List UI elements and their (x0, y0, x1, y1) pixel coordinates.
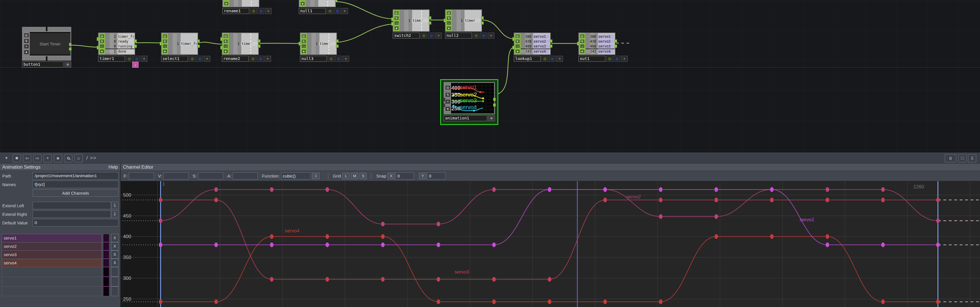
expand-icon[interactable]: + (141, 56, 147, 62)
output-connector[interactable] (335, 0, 337, 2)
export-icon[interactable]: → (224, 0, 229, 1)
bypass-icon[interactable]: ↯ (445, 92, 450, 97)
node-name-label[interactable]: out1 (578, 56, 605, 62)
slope-field[interactable] (198, 172, 223, 179)
node-name-label[interactable]: null2 (445, 33, 472, 39)
node-name-label[interactable]: timer1 (98, 56, 125, 62)
channel-name[interactable]: servo3 (2, 250, 102, 259)
keyframe-servo3[interactable] (881, 198, 885, 202)
keyframe-servo3[interactable] (381, 277, 384, 282)
keyframe-servo4[interactable] (881, 299, 885, 304)
display-flag[interactable] (258, 8, 264, 14)
keyframe-servo3[interactable] (492, 277, 496, 282)
bypass-icon[interactable]: ↯ (580, 39, 585, 43)
names-field[interactable]: t[xyz] (33, 180, 118, 188)
input-connector[interactable] (512, 37, 515, 41)
output-connector[interactable] (481, 16, 484, 19)
channel-name[interactable]: servo4 (2, 259, 102, 267)
output-connector[interactable] (336, 40, 339, 43)
flag-icon[interactable]: ● (100, 49, 105, 54)
export-icon[interactable]: → (580, 44, 585, 48)
keyframe-servo2[interactable] (714, 214, 718, 219)
channel-row-empty[interactable] (2, 267, 118, 277)
render-flag[interactable] (541, 56, 548, 62)
keyframe-servo3[interactable] (659, 198, 662, 202)
node-null2[interactable]: ◎ ↯ → ● 1timer null2 + (445, 9, 494, 39)
bypass-icon[interactable]: ↯ (100, 39, 105, 43)
back-button[interactable]: ⇦ (23, 154, 31, 162)
network-menu-caret[interactable]: ▼ (2, 154, 11, 162)
close-icon[interactable]: × (24, 44, 29, 49)
default-value-field[interactable]: 0 (33, 219, 118, 226)
delete-channel-button[interactable]: X (111, 250, 118, 259)
node-switch2[interactable]: ◎ ↯ → ● 1timer switch2 + (393, 9, 442, 39)
keyframe-servo4[interactable] (159, 299, 162, 304)
input-connector[interactable] (299, 42, 301, 46)
output-connector[interactable] (550, 40, 552, 43)
expand-icon[interactable]: + (557, 56, 563, 62)
export-icon[interactable]: → (447, 21, 451, 25)
display-flag[interactable] (428, 33, 434, 39)
keyframe-servo1[interactable] (215, 242, 218, 247)
expand-icon[interactable]: + (435, 33, 442, 39)
breadcrumb[interactable]: / >> (86, 155, 97, 161)
flag-icon[interactable]: ● (301, 49, 306, 54)
network-editor[interactable]: ◎ ↯ × ● Start Timer button1 ◆ ◎ (0, 0, 980, 153)
keyframe-servo3[interactable] (548, 277, 551, 282)
channel-name[interactable]: servo1 (2, 234, 102, 242)
bookmark-button[interactable]: ★ (54, 154, 62, 162)
keyframe-servo2[interactable] (325, 187, 329, 192)
bypass-icon[interactable]: ↯ (162, 39, 167, 43)
keyframe-servo1[interactable] (159, 242, 162, 247)
keyframe-servo1[interactable] (492, 242, 496, 247)
node-name-label[interactable]: animation1 (444, 115, 487, 121)
keyframe-servo1[interactable] (270, 242, 273, 247)
output-connector[interactable] (134, 44, 137, 48)
keyframe-servo4[interactable] (381, 234, 384, 239)
export-icon[interactable]: → (394, 21, 399, 25)
viewer-icon[interactable]: ◎ (24, 33, 29, 38)
node-timer1[interactable]: ◎ ↯ → ● 1timer_fr0ready0running1done tim… (98, 33, 147, 62)
node-out1[interactable]: ◎ ↯ → ● 380servo1438servo2488servo3243se… (578, 33, 628, 62)
node-select1[interactable]: ◎ ↯ → ● 1timer_fr select1 + (161, 33, 210, 62)
viewer-icon[interactable]: ◎ (223, 34, 228, 38)
input-connector[interactable] (512, 46, 515, 49)
expand-icon[interactable]: + (265, 8, 272, 14)
viewer-icon[interactable]: ◎ (447, 11, 451, 15)
extend-left-dropdown-icon[interactable]: ⇩ (111, 202, 118, 209)
keyframe-servo1[interactable] (603, 187, 607, 192)
output-connector[interactable] (258, 44, 261, 48)
export-icon[interactable]: → (223, 44, 228, 48)
output-connector[interactable] (134, 40, 137, 43)
button-viewer[interactable]: Start Timer (30, 32, 70, 55)
keyframe-servo4[interactable] (215, 299, 218, 304)
expand-icon[interactable]: + (621, 56, 628, 62)
flag-icon[interactable]: ● (580, 49, 585, 54)
output-connector[interactable] (481, 21, 484, 25)
keyframe-servo1[interactable] (548, 187, 551, 192)
viewer-icon[interactable]: ◎ (515, 34, 520, 38)
watch-icon[interactable]: ◆ (64, 62, 71, 68)
channel-row-empty[interactable] (2, 286, 118, 296)
export-icon[interactable]: → (301, 44, 306, 48)
keyframe-servo3[interactable] (826, 198, 829, 202)
bypass-icon[interactable]: ↯ (223, 39, 228, 43)
output-connector[interactable] (550, 44, 552, 48)
watch-icon[interactable]: ◆ (488, 115, 495, 121)
render-flag[interactable] (606, 56, 613, 62)
keyframe-servo1[interactable] (770, 187, 773, 192)
keyframe-servo1[interactable] (659, 187, 662, 192)
keyframe-servo1[interactable] (437, 242, 440, 247)
keyframe-servo2[interactable] (492, 187, 496, 192)
render-flag[interactable] (420, 33, 427, 39)
keyframe-servo1[interactable] (381, 242, 384, 247)
keyframe-servo2[interactable] (881, 187, 885, 192)
keyframe-servo4[interactable] (270, 234, 273, 239)
render-flag[interactable] (126, 56, 132, 62)
keyframe-servo1[interactable] (826, 242, 829, 247)
snap-x-button[interactable]: X (388, 172, 395, 179)
expand-icon[interactable]: + (343, 56, 349, 62)
function-dropdown-icon[interactable]: ⇩ (312, 172, 320, 179)
display-flag[interactable] (334, 8, 340, 14)
node-name-label[interactable]: rename2 (222, 56, 249, 62)
